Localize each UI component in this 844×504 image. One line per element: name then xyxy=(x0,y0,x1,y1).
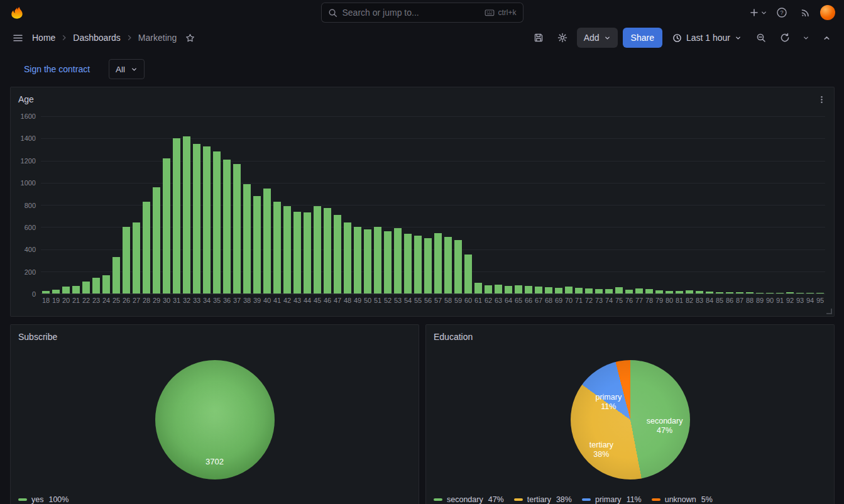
news-button[interactable] xyxy=(796,3,815,22)
age-bar-33[interactable] xyxy=(193,144,201,293)
age-bar-36[interactable] xyxy=(223,160,231,293)
age-bar-72[interactable] xyxy=(585,288,593,293)
age-bar-74[interactable] xyxy=(605,289,613,293)
age-bar-65[interactable] xyxy=(515,285,523,293)
age-bar-39[interactable] xyxy=(253,196,261,293)
age-bar-42[interactable] xyxy=(283,206,292,293)
panel-age-header[interactable]: Age xyxy=(11,87,834,111)
age-bar-79[interactable] xyxy=(655,290,664,293)
age-bar-25[interactable] xyxy=(112,257,121,293)
legend-item-secondary[interactable]: secondary47% xyxy=(434,495,504,504)
subscribe-pie[interactable]: 3702 xyxy=(155,360,275,479)
education-pie[interactable]: primary 11% secondary 47% tertiary 38% xyxy=(571,360,690,479)
legend-item-tertiary[interactable]: tertiary38% xyxy=(514,495,572,504)
save-dashboard-button[interactable] xyxy=(529,28,548,47)
age-bar-90[interactable] xyxy=(766,293,774,293)
legend-item-yes[interactable]: yes100% xyxy=(18,495,69,504)
age-bar-80[interactable] xyxy=(666,291,674,293)
age-bar-38[interactable] xyxy=(243,184,251,293)
age-bar-24[interactable] xyxy=(102,275,111,293)
refresh-interval-button[interactable] xyxy=(799,28,812,47)
age-bar-32[interactable] xyxy=(183,136,191,293)
age-bar-41[interactable] xyxy=(273,202,282,293)
age-bar-86[interactable] xyxy=(726,292,734,293)
share-button[interactable]: Share xyxy=(623,28,662,48)
age-bar-28[interactable] xyxy=(143,202,151,293)
age-bar-49[interactable] xyxy=(354,227,362,293)
time-range-picker[interactable]: Last 1 hour xyxy=(667,28,747,48)
age-bar-84[interactable] xyxy=(706,292,714,293)
legend-item-primary[interactable]: primary11% xyxy=(582,495,642,504)
age-bar-45[interactable] xyxy=(314,206,322,293)
age-bar-59[interactable] xyxy=(454,240,463,293)
contract-value-dropdown[interactable]: All xyxy=(109,59,145,79)
new-menu-button[interactable] xyxy=(748,3,767,22)
age-bar-21[interactable] xyxy=(72,286,80,293)
age-bar-31[interactable] xyxy=(173,138,181,293)
age-bar-67[interactable] xyxy=(535,287,543,293)
age-bar-52[interactable] xyxy=(384,231,392,293)
mega-menu-button[interactable] xyxy=(8,28,27,47)
age-bar-56[interactable] xyxy=(424,238,432,293)
age-bar-71[interactable] xyxy=(575,288,583,293)
add-button[interactable]: Add xyxy=(577,28,618,48)
age-bar-83[interactable] xyxy=(696,291,704,293)
age-bar-20[interactable] xyxy=(62,287,70,293)
age-bar-44[interactable] xyxy=(304,212,312,293)
age-bar-82[interactable] xyxy=(686,290,694,293)
panel-education-header[interactable]: Education xyxy=(426,325,834,349)
age-bar-53[interactable] xyxy=(394,228,402,293)
panel-menu-button[interactable] xyxy=(817,95,826,104)
refresh-button[interactable] xyxy=(775,28,794,47)
age-bar-95[interactable] xyxy=(816,293,825,293)
age-bar-43[interactable] xyxy=(293,212,302,293)
age-bar-54[interactable] xyxy=(404,234,412,293)
age-bar-76[interactable] xyxy=(625,290,633,293)
age-bar-40[interactable] xyxy=(263,189,271,293)
age-bar-78[interactable] xyxy=(645,289,654,293)
search-input[interactable]: Search or jump to... ctrl+k xyxy=(321,3,523,23)
age-bar-85[interactable] xyxy=(716,292,724,293)
age-bar-51[interactable] xyxy=(374,227,382,293)
age-bar-23[interactable] xyxy=(92,278,101,293)
legend-item-unknown[interactable]: unknown5% xyxy=(652,495,713,504)
age-bar-66[interactable] xyxy=(525,286,533,293)
age-bar-70[interactable] xyxy=(565,287,573,293)
favorite-star-button[interactable] xyxy=(180,28,199,47)
age-bar-64[interactable] xyxy=(505,286,513,293)
help-button[interactable]: ? xyxy=(772,3,791,22)
grafana-logo-icon[interactable] xyxy=(9,4,25,21)
age-bar-81[interactable] xyxy=(676,291,684,293)
breadcrumb-dashboards[interactable]: Dashboards xyxy=(73,33,121,43)
age-bar-55[interactable] xyxy=(414,236,422,293)
age-bar-48[interactable] xyxy=(344,222,352,293)
age-bar-62[interactable] xyxy=(485,285,493,293)
age-bar-77[interactable] xyxy=(635,288,644,293)
age-bar-68[interactable] xyxy=(545,287,553,293)
age-bar-29[interactable] xyxy=(153,187,161,293)
age-bar-26[interactable] xyxy=(123,227,131,293)
age-bar-89[interactable] xyxy=(756,293,764,293)
age-bar-61[interactable] xyxy=(474,283,483,293)
zoom-out-time-button[interactable] xyxy=(752,28,770,47)
age-bar-88[interactable] xyxy=(746,292,754,293)
age-bar-73[interactable] xyxy=(595,289,603,293)
age-bar-46[interactable] xyxy=(324,208,332,293)
age-bar-57[interactable] xyxy=(434,233,442,293)
panel-subscribe-header[interactable]: Subscribe xyxy=(11,325,419,349)
age-bar-34[interactable] xyxy=(203,146,211,293)
age-bar-63[interactable] xyxy=(495,285,503,293)
age-bar-69[interactable] xyxy=(555,288,563,293)
age-bar-19[interactable] xyxy=(52,290,60,293)
age-bar-35[interactable] xyxy=(213,151,221,293)
age-bar-58[interactable] xyxy=(444,237,452,293)
age-bar-47[interactable] xyxy=(334,215,342,293)
collapse-header-button[interactable] xyxy=(817,28,836,47)
age-bar-94[interactable] xyxy=(806,293,814,293)
age-bar-87[interactable] xyxy=(736,292,744,293)
age-bar-30[interactable] xyxy=(163,158,171,293)
sign-contract-variable-label[interactable]: Sign the contract xyxy=(24,64,90,74)
age-bar-37[interactable] xyxy=(233,164,241,293)
age-bar-92[interactable] xyxy=(786,292,794,293)
age-bar-50[interactable] xyxy=(364,229,372,293)
